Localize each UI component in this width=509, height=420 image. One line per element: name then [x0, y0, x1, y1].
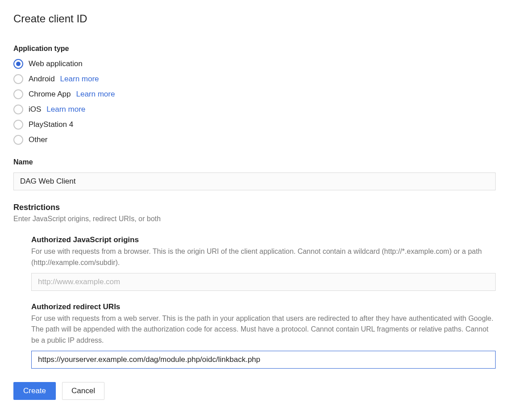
radio-label: Other — [29, 135, 48, 144]
radio-button[interactable] — [13, 135, 23, 145]
button-row: Create Cancel — [13, 382, 496, 400]
radio-button[interactable] — [13, 74, 23, 84]
restrictions-title: Restrictions — [13, 203, 496, 212]
learn-more-link[interactable]: Learn more — [46, 105, 85, 114]
redirect-uris-title: Authorized redirect URIs — [31, 302, 496, 311]
radio-button[interactable] — [13, 120, 23, 130]
radio-option-ios[interactable]: iOS Learn more — [13, 105, 496, 114]
learn-more-link[interactable]: Learn more — [60, 75, 99, 84]
js-origins-description: For use with requests from a browser. Th… — [31, 246, 496, 269]
application-type-radio-group: Web application Android Learn more Chrom… — [13, 59, 496, 145]
js-origins-title: Authorized JavaScript origins — [31, 235, 496, 244]
radio-button[interactable] — [13, 59, 23, 69]
name-label: Name — [13, 158, 496, 166]
cancel-button[interactable]: Cancel — [62, 382, 104, 400]
radio-option-other[interactable]: Other — [13, 135, 496, 145]
radio-option-android[interactable]: Android Learn more — [13, 74, 496, 84]
radio-label: PlayStation 4 — [29, 120, 73, 129]
radio-label: iOS — [29, 105, 41, 114]
page-title: Create client ID — [13, 13, 496, 25]
radio-option-web-application[interactable]: Web application — [13, 59, 496, 69]
name-input[interactable] — [13, 172, 496, 190]
radio-button[interactable] — [13, 105, 23, 114]
restrictions-body: Authorized JavaScript origins For use wi… — [13, 235, 496, 382]
radio-button[interactable] — [13, 89, 23, 99]
learn-more-link[interactable]: Learn more — [76, 90, 115, 99]
radio-option-chrome-app[interactable]: Chrome App Learn more — [13, 89, 496, 99]
redirect-uris-description: For use with requests from a web server.… — [31, 313, 496, 346]
js-origins-input[interactable] — [31, 273, 496, 291]
application-type-label: Application type — [13, 45, 496, 53]
create-button[interactable]: Create — [13, 382, 56, 400]
radio-label: Web application — [29, 59, 83, 68]
radio-label: Android — [29, 75, 55, 84]
restrictions-subtitle: Enter JavaScript origins, redirect URIs,… — [13, 215, 496, 223]
radio-option-playstation4[interactable]: PlayStation 4 — [13, 120, 496, 130]
radio-label: Chrome App — [29, 90, 71, 99]
redirect-uris-input[interactable] — [31, 351, 496, 369]
